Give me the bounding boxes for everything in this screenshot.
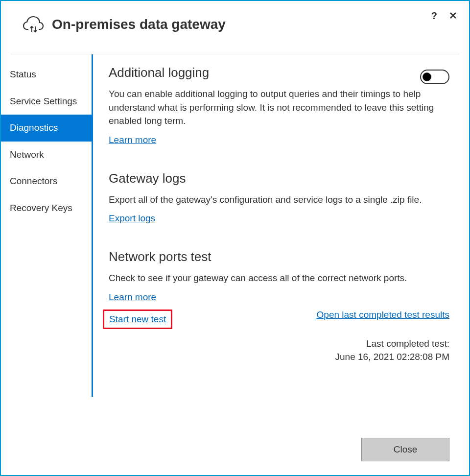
close-icon[interactable]: ✕ <box>447 10 459 22</box>
start-new-test-highlight: Start new test <box>103 309 172 329</box>
footer: Close <box>361 438 449 461</box>
last-test-value: June 16, 2021 02:28:08 PM <box>109 350 449 364</box>
additional-logging-desc: You can enable additional logging to out… <box>109 87 449 128</box>
body: Status Service Settings Diagnostics Netw… <box>1 54 469 397</box>
app-title: On-premises data gateway <box>52 17 226 32</box>
titlebar: On-premises data gateway <box>1 1 469 39</box>
gateway-logs-title: Gateway logs <box>109 171 449 186</box>
section-additional-logging: Additional logging You can enable additi… <box>109 65 449 145</box>
help-icon[interactable]: ? <box>431 10 437 22</box>
close-button[interactable]: Close <box>361 438 449 461</box>
network-ports-title: Network ports test <box>109 249 449 264</box>
section-gateway-logs: Gateway logs Export all of the gateway's… <box>109 171 449 224</box>
last-completed-test: Last completed test: June 16, 2021 02:28… <box>109 337 449 364</box>
additional-logging-learn-more-link[interactable]: Learn more <box>109 135 156 145</box>
sidebar-item-network[interactable]: Network <box>1 142 92 168</box>
sidebar-item-status[interactable]: Status <box>1 61 92 88</box>
network-ports-learn-more-link[interactable]: Learn more <box>109 292 156 302</box>
additional-logging-toggle[interactable] <box>420 70 449 84</box>
test-links-row: Start new test Open last completed test … <box>109 309 449 329</box>
open-last-results-link[interactable]: Open last completed test results <box>317 309 449 320</box>
toggle-knob <box>423 72 431 81</box>
sidebar-item-diagnostics[interactable]: Diagnostics <box>1 115 92 142</box>
main-content: Additional logging You can enable additi… <box>93 54 469 397</box>
additional-logging-title: Additional logging <box>109 65 209 80</box>
sidebar-item-connectors[interactable]: Connectors <box>1 168 92 195</box>
last-test-label: Last completed test: <box>109 337 449 351</box>
export-logs-link[interactable]: Export logs <box>109 213 155 223</box>
cloud-gateway-icon <box>23 15 44 34</box>
start-new-test-link[interactable]: Start new test <box>109 314 166 324</box>
window-controls: ? ✕ <box>431 10 459 22</box>
sidebar-item-service-settings[interactable]: Service Settings <box>1 88 92 115</box>
network-ports-desc: Check to see if your gateway can access … <box>109 271 449 285</box>
sidebar-item-recovery-keys[interactable]: Recovery Keys <box>1 195 92 222</box>
gateway-logs-desc: Export all of the gateway's configuratio… <box>109 193 449 207</box>
sidebar: Status Service Settings Diagnostics Netw… <box>1 54 93 397</box>
section-network-ports-test: Network ports test Check to see if your … <box>109 249 449 364</box>
